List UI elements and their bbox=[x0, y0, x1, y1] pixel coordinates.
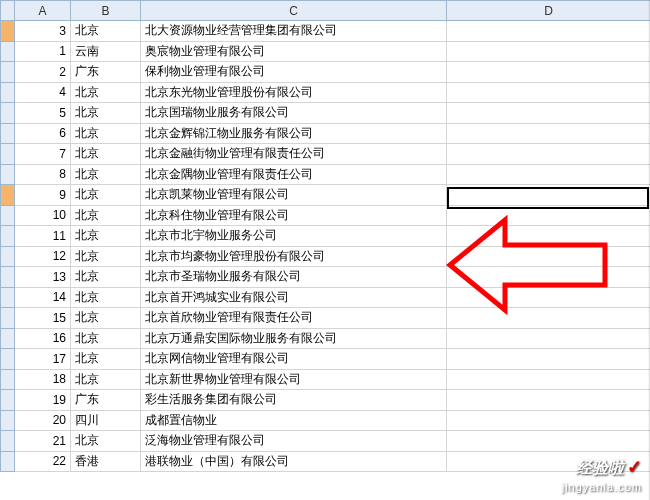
cell[interactable]: 北京 bbox=[71, 144, 141, 165]
cell[interactable] bbox=[447, 246, 651, 267]
row-indicator[interactable] bbox=[1, 390, 15, 411]
cell[interactable]: 保利物业管理有限公司 bbox=[141, 62, 447, 83]
cell[interactable] bbox=[447, 41, 651, 62]
cell[interactable]: 彩生活服务集团有限公司 bbox=[141, 390, 447, 411]
row-indicator[interactable] bbox=[1, 308, 15, 329]
row-indicator[interactable] bbox=[1, 451, 15, 472]
row-indicator[interactable] bbox=[1, 431, 15, 452]
row-indicator[interactable] bbox=[1, 185, 15, 206]
cell[interactable]: 北京 bbox=[71, 369, 141, 390]
spreadsheet-grid[interactable]: A B C D 3北京北大资源物业经营管理集团有限公司1云南奥宸物业管理有限公司… bbox=[0, 0, 650, 472]
cell[interactable]: 15 bbox=[15, 308, 71, 329]
cell[interactable]: 18 bbox=[15, 369, 71, 390]
cell[interactable]: 1 bbox=[15, 41, 71, 62]
cell[interactable] bbox=[447, 390, 651, 411]
cell[interactable]: 北京市圣瑞物业服务有限公司 bbox=[141, 267, 447, 288]
row-indicator[interactable] bbox=[1, 164, 15, 185]
row-indicator[interactable] bbox=[1, 226, 15, 247]
cell[interactable]: 北京东光物业管理股份有限公司 bbox=[141, 82, 447, 103]
cell[interactable] bbox=[447, 103, 651, 124]
cell[interactable]: 北京新世界物业管理有限公司 bbox=[141, 369, 447, 390]
row-indicator[interactable] bbox=[1, 103, 15, 124]
cell[interactable] bbox=[447, 21, 651, 42]
cell[interactable]: 广东 bbox=[71, 62, 141, 83]
cell[interactable] bbox=[447, 287, 651, 308]
cell[interactable]: 港联物业（中国）有限公司 bbox=[141, 451, 447, 472]
cell[interactable]: 17 bbox=[15, 349, 71, 370]
cell[interactable]: 北京首欣物业管理有限责任公司 bbox=[141, 308, 447, 329]
cell[interactable]: 成都置信物业 bbox=[141, 410, 447, 431]
cell[interactable]: 6 bbox=[15, 123, 71, 144]
cell[interactable] bbox=[447, 431, 651, 452]
cell[interactable]: 北京市北宇物业服务公司 bbox=[141, 226, 447, 247]
cell[interactable]: 北京金隅物业管理有限责任公司 bbox=[141, 164, 447, 185]
cell[interactable] bbox=[447, 369, 651, 390]
row-indicator[interactable] bbox=[1, 410, 15, 431]
cell[interactable]: 10 bbox=[15, 205, 71, 226]
cell[interactable]: 北京国瑞物业服务有限公司 bbox=[141, 103, 447, 124]
cell[interactable]: 19 bbox=[15, 390, 71, 411]
cell[interactable]: 北京网信物业管理有限公司 bbox=[141, 349, 447, 370]
cell[interactable]: 北京 bbox=[71, 123, 141, 144]
cell[interactable] bbox=[447, 267, 651, 288]
cell[interactable]: 北京 bbox=[71, 246, 141, 267]
cell[interactable]: 北京 bbox=[71, 226, 141, 247]
row-indicator[interactable] bbox=[1, 82, 15, 103]
cell[interactable]: 北京 bbox=[71, 267, 141, 288]
cell[interactable]: 12 bbox=[15, 246, 71, 267]
col-header-d[interactable]: D bbox=[447, 1, 651, 21]
cell[interactable]: 泛海物业管理有限公司 bbox=[141, 431, 447, 452]
cell[interactable] bbox=[447, 144, 651, 165]
row-indicator[interactable] bbox=[1, 267, 15, 288]
cell[interactable]: 北京 bbox=[71, 103, 141, 124]
cell[interactable]: 北京 bbox=[71, 287, 141, 308]
cell[interactable]: 7 bbox=[15, 144, 71, 165]
cell[interactable]: 北京金辉锦江物业服务有限公司 bbox=[141, 123, 447, 144]
row-indicator[interactable] bbox=[1, 205, 15, 226]
cell[interactable]: 22 bbox=[15, 451, 71, 472]
cell[interactable]: 8 bbox=[15, 164, 71, 185]
cell[interactable] bbox=[447, 226, 651, 247]
col-header-b[interactable]: B bbox=[71, 1, 141, 21]
cell[interactable] bbox=[447, 308, 651, 329]
row-indicator[interactable] bbox=[1, 41, 15, 62]
cell[interactable]: 13 bbox=[15, 267, 71, 288]
cell[interactable] bbox=[447, 205, 651, 226]
cell[interactable]: 14 bbox=[15, 287, 71, 308]
cell[interactable]: 北京首开鸿城实业有限公司 bbox=[141, 287, 447, 308]
row-indicator[interactable] bbox=[1, 123, 15, 144]
cell[interactable]: 2 bbox=[15, 62, 71, 83]
row-indicator[interactable] bbox=[1, 349, 15, 370]
cell[interactable]: 奥宸物业管理有限公司 bbox=[141, 41, 447, 62]
cell[interactable] bbox=[447, 82, 651, 103]
cell[interactable] bbox=[447, 349, 651, 370]
cell[interactable]: 北大资源物业经营管理集团有限公司 bbox=[141, 21, 447, 42]
select-all-corner[interactable] bbox=[1, 1, 15, 21]
cell[interactable]: 北京金融街物业管理有限责任公司 bbox=[141, 144, 447, 165]
cell[interactable]: 4 bbox=[15, 82, 71, 103]
cell[interactable]: 北京 bbox=[71, 185, 141, 206]
cell[interactable]: 北京 bbox=[71, 164, 141, 185]
cell[interactable]: 北京 bbox=[71, 21, 141, 42]
cell[interactable]: 北京凯莱物业管理有限公司 bbox=[141, 185, 447, 206]
col-header-a[interactable]: A bbox=[15, 1, 71, 21]
cell[interactable] bbox=[447, 164, 651, 185]
cell[interactable]: 广东 bbox=[71, 390, 141, 411]
col-header-c[interactable]: C bbox=[141, 1, 447, 21]
cell[interactable] bbox=[447, 185, 651, 206]
row-indicator[interactable] bbox=[1, 21, 15, 42]
row-indicator[interactable] bbox=[1, 328, 15, 349]
cell[interactable] bbox=[447, 410, 651, 431]
row-indicator[interactable] bbox=[1, 144, 15, 165]
cell[interactable]: 5 bbox=[15, 103, 71, 124]
cell[interactable]: 香港 bbox=[71, 451, 141, 472]
cell[interactable]: 北京市均豪物业管理股份有限公司 bbox=[141, 246, 447, 267]
row-indicator[interactable] bbox=[1, 369, 15, 390]
cell[interactable]: 北京 bbox=[71, 328, 141, 349]
cell[interactable] bbox=[447, 62, 651, 83]
cell[interactable]: 北京 bbox=[71, 308, 141, 329]
row-indicator[interactable] bbox=[1, 246, 15, 267]
row-indicator[interactable] bbox=[1, 287, 15, 308]
cell[interactable]: 北京科住物业管理有限公司 bbox=[141, 205, 447, 226]
cell[interactable]: 9 bbox=[15, 185, 71, 206]
